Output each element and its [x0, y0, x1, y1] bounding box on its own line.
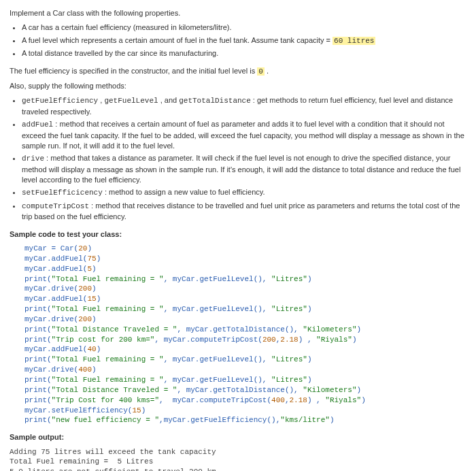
highlight-value: 60 litres — [333, 37, 375, 45]
sample-code-label: Sample code to test your class: — [10, 229, 466, 240]
sample-output-label: Sample output: — [10, 432, 466, 442]
method-name: getFuelEfficiency — [22, 97, 98, 105]
method-name: addFuel — [22, 120, 53, 129]
constructor-note: The fuel efficiency is specified in the … — [10, 66, 466, 77]
list-item: drive : method that takes a distance as … — [22, 153, 466, 185]
method-name: computeTripCost — [22, 202, 89, 210]
list-item: getFuelEfficiency , getFuelLevel , and g… — [22, 95, 466, 117]
intro-text: Implement a Car class with the following… — [10, 8, 466, 18]
highlight-zero: 0 — [257, 67, 265, 76]
method-name: getTotalDistance — [179, 97, 251, 105]
list-item: A fuel level which represents a certain … — [22, 35, 466, 46]
method-name: getFuelLevel — [104, 97, 158, 105]
list-item: computeTripCost : method that receives d… — [22, 201, 466, 223]
method-name: drive — [22, 155, 44, 163]
list-item: A car has a certain fuel efficiency (mea… — [22, 22, 466, 33]
list-item: addFuel : method that receives a certain… — [22, 119, 466, 151]
list-item: A total distance travelled by the car si… — [22, 48, 466, 59]
sample-code-block: myCar = Car(20) myCar.addFuel(75) myCar.… — [24, 244, 466, 425]
methods-intro: Also, supply the following methods: — [10, 81, 466, 91]
methods-list: getFuelEfficiency , getFuelLevel , and g… — [22, 95, 466, 222]
properties-list: A car has a certain fuel efficiency (mea… — [22, 22, 466, 59]
list-item: setFuelEfficicency : method to assign a … — [22, 187, 466, 198]
sample-output-block: Adding 75 litres will exceed the tank ca… — [10, 447, 466, 471]
method-name: setFuelEfficicency — [22, 189, 103, 197]
